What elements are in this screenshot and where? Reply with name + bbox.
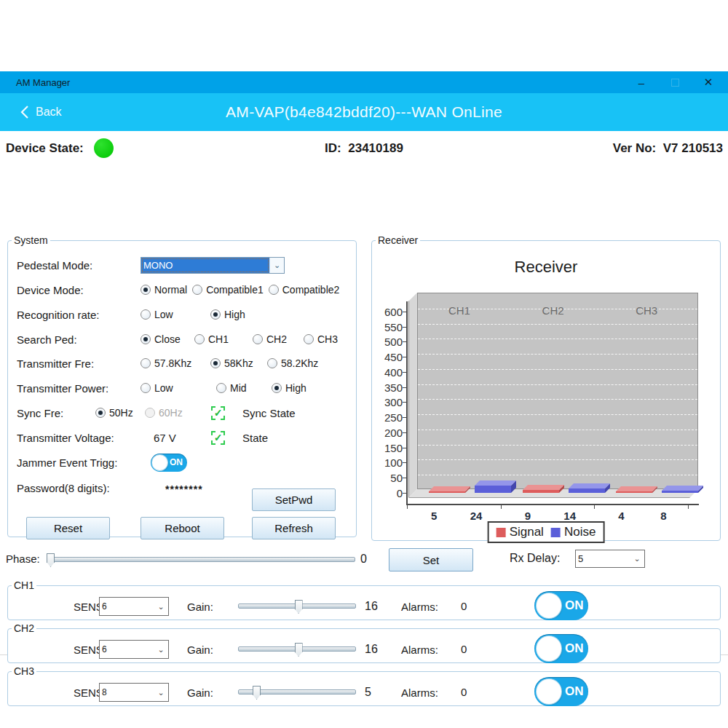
radio-icon: [210, 358, 221, 368]
chart-plot: 050100150200250300350400450500550600 524…: [417, 293, 698, 498]
radio-power-high[interactable]: High: [272, 382, 306, 394]
slider-track[interactable]: [51, 557, 355, 562]
system-group: System Pedestal Mode: MONO ⌄ Device Mode…: [7, 234, 357, 537]
radio-icon: [141, 334, 151, 344]
slider-thumb[interactable]: [295, 643, 303, 657]
slider-thumb[interactable]: [253, 686, 261, 700]
phase-value: 0: [360, 553, 367, 566]
setpwd-button[interactable]: SetPwd: [252, 488, 336, 511]
ch1-sens-select[interactable]: 6 ⌄: [99, 597, 169, 616]
radio-high[interactable]: High: [210, 309, 245, 320]
radio-58khz[interactable]: 58Khz: [210, 357, 267, 369]
radio-58-2khz[interactable]: 58.2Khz: [267, 357, 318, 369]
slider-thumb[interactable]: [47, 553, 55, 567]
id-label: ID:: [325, 141, 341, 155]
ch3-row: SENS: 8 ⌄ Gain: 5 Alarms: 0 ON: [8, 677, 720, 705]
rx-delay-value: 5: [576, 550, 630, 567]
close-button[interactable]: ✕: [692, 71, 725, 93]
gain-label: Gain:: [187, 601, 213, 613]
chart-3d-wall: [408, 293, 417, 498]
gain-value: 16: [365, 600, 378, 613]
radio-ch2[interactable]: CH2: [253, 333, 304, 345]
ch1-gain-slider[interactable]: [238, 594, 356, 619]
set-button[interactable]: Set: [389, 548, 473, 571]
transmitter-fre-label: Transmitter Fre:: [17, 357, 141, 370]
radio-50hz[interactable]: 50Hz: [95, 407, 145, 419]
ch3-toggle[interactable]: ON: [534, 677, 588, 706]
toggle-state: ON: [565, 598, 584, 613]
reset-button[interactable]: Reset: [26, 517, 110, 539]
chart-title: Receiver: [372, 258, 720, 277]
radio-icon: [141, 309, 151, 320]
radio-normal[interactable]: Normal: [141, 284, 187, 296]
status-row: Device State: ID: 23410189 Ver No: V7 21…: [0, 131, 728, 169]
radio-icon: [141, 358, 151, 368]
radio-icon: [216, 383, 226, 393]
legend-item: Signal: [496, 525, 544, 539]
radio-compatible2[interactable]: Compatible2: [269, 284, 340, 296]
radio-icon: [95, 408, 106, 418]
gain-value: 5: [365, 686, 371, 699]
toggle-state: ON: [170, 457, 183, 467]
ch2-group-label: CH2: [12, 622, 36, 634]
state-checkbox[interactable]: ✓: [211, 431, 225, 445]
radio-icon: [269, 285, 279, 295]
chevron-down-icon: ⌄: [154, 684, 168, 701]
sync-fre-row: Sync Fre: 50Hz 60Hz ✓ Sync State: [17, 401, 349, 424]
ch2-gain-slider[interactable]: [238, 637, 356, 662]
toggle-knob: [537, 636, 561, 661]
system-group-label: System: [12, 234, 50, 246]
radio-icon: [194, 334, 205, 344]
phase-label: Phase:: [6, 553, 40, 565]
ch2-toggle[interactable]: ON: [534, 634, 588, 663]
ch2-group: CH2 SENS: 6 ⌄ Gain: 16 Alarms: 0 ON: [7, 622, 721, 663]
check-icon: ✓: [214, 407, 223, 419]
gain-label: Gain:: [187, 687, 213, 699]
ch3-sens-select[interactable]: 8 ⌄: [99, 683, 169, 702]
radio-power-mid[interactable]: Mid: [216, 382, 272, 394]
radio-close[interactable]: Close: [141, 333, 194, 345]
radio-low[interactable]: Low: [141, 309, 210, 320]
pedestal-mode-select[interactable]: MONO ⌄: [141, 257, 285, 274]
gain-value: 16: [365, 643, 378, 656]
alarms-value: 0: [461, 600, 467, 612]
password-label: Password(8 digits):: [17, 482, 141, 494]
toggle-knob: [537, 679, 561, 704]
radio-ch3[interactable]: CH3: [304, 333, 338, 345]
back-button[interactable]: Back: [20, 105, 62, 119]
legend-item: Noise: [551, 525, 596, 539]
jammer-toggle[interactable]: ON: [151, 454, 187, 472]
radio-ch1[interactable]: CH1: [194, 333, 253, 345]
titlebar: AM Manager – ✕: [0, 71, 728, 93]
minimize-button[interactable]: –: [625, 71, 658, 93]
page-title: AM-VAP(b4e842bddf20)---WAN OnLine: [0, 103, 728, 121]
rx-delay-select[interactable]: 5 ⌄: [575, 550, 645, 568]
password-value[interactable]: ********: [165, 483, 203, 495]
ch1-toggle[interactable]: ON: [534, 591, 588, 620]
search-ped-row: Search Ped: Close CH1 CH2 CH3: [17, 328, 349, 351]
chart-legend: SignalNoise: [488, 521, 605, 543]
sync-state-checkbox[interactable]: ✓: [211, 406, 225, 420]
refresh-button[interactable]: Refresh: [252, 517, 336, 539]
alarms-label: Alarms:: [401, 687, 438, 699]
app-window: AM Manager – ✕ AM-VAP(b4e842bddf20)---WA…: [0, 71, 728, 655]
radio-power-low[interactable]: Low: [141, 382, 216, 394]
ch3-gain-slider[interactable]: [238, 680, 356, 705]
radio-icon: [145, 408, 155, 418]
slider-thumb[interactable]: [295, 600, 303, 614]
transmitter-fre-row: Transmitter Fre: 57.8Khz 58Khz 58.2Khz: [17, 352, 349, 375]
check-icon: ✓: [214, 432, 223, 443]
radio-icon: [267, 358, 277, 368]
alarms-value: 0: [461, 643, 467, 655]
ch2-sens-select[interactable]: 6 ⌄: [99, 640, 169, 659]
chevron-down-icon: ⌄: [630, 550, 644, 567]
radio-60hz: 60Hz: [145, 407, 183, 419]
rx-delay-label: Rx Delay:: [510, 552, 560, 565]
reboot-button[interactable]: Reboot: [141, 517, 224, 539]
maximize-button[interactable]: [658, 71, 692, 93]
pedestal-mode-row: Pedestal Mode: MONO ⌄: [17, 253, 349, 277]
radio-57-8khz[interactable]: 57.8Khz: [141, 357, 210, 369]
radio-compatible1[interactable]: Compatible1: [192, 284, 264, 296]
phase-slider[interactable]: [51, 546, 355, 574]
radio-icon: [141, 383, 151, 393]
